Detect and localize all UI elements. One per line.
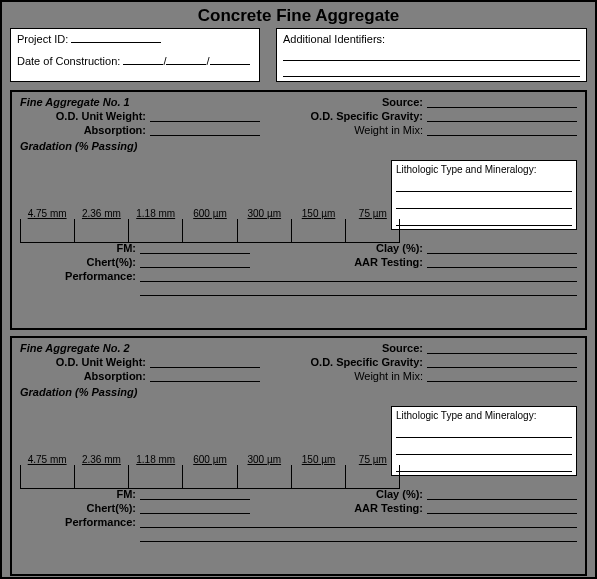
aar-label-2: AAR Testing: <box>250 502 427 514</box>
grad-cell-2-0[interactable] <box>20 465 75 488</box>
clay-label-1: Clay (%): <box>250 242 427 254</box>
grad-label-1: Gradation (% Passing) <box>20 140 137 152</box>
grad-col-1-0: 4.75 mm <box>20 208 74 219</box>
grad-cell-1-0[interactable] <box>20 219 75 242</box>
litho-line-1a[interactable] <box>396 180 572 192</box>
grad-col-1-1: 2.36 mm <box>74 208 128 219</box>
aar-field-2[interactable] <box>427 502 577 514</box>
chert-field-1[interactable] <box>140 256 250 268</box>
fm-label-1: FM: <box>20 242 140 254</box>
litho-line-2b[interactable] <box>396 443 572 455</box>
abs-field-1[interactable] <box>150 124 260 136</box>
additional-identifiers-line-2[interactable] <box>283 65 580 77</box>
date-field-2[interactable] <box>166 64 206 65</box>
wim-label-1: Weight in Mix: <box>260 124 427 136</box>
section-1-heading: Fine Aggregate No. 1 <box>20 96 130 108</box>
chert-label-2: Chert(%): <box>20 502 140 514</box>
project-box: Project ID: Date of Construction: // <box>10 28 260 82</box>
additional-identifiers-line-1[interactable] <box>283 49 580 61</box>
grad-cell-2-2[interactable] <box>129 465 183 488</box>
perf-field-1b[interactable] <box>140 284 577 296</box>
grad-col-2-0: 4.75 mm <box>20 454 74 465</box>
grad-col-1-3: 600 µm <box>183 208 237 219</box>
source-field-2[interactable] <box>427 342 577 354</box>
chert-field-2[interactable] <box>140 502 250 514</box>
grad-col-1-4: 300 µm <box>237 208 291 219</box>
wim-label-2: Weight in Mix: <box>260 370 427 382</box>
grad-cell-2-4[interactable] <box>238 465 292 488</box>
page-title: Concrete Fine Aggregate <box>10 6 587 26</box>
litho-line-1c[interactable] <box>396 214 572 226</box>
source-field-1[interactable] <box>427 96 577 108</box>
grad-cell-1-1[interactable] <box>75 219 129 242</box>
grad-col-2-4: 300 µm <box>237 454 291 465</box>
grad-col-2-1: 2.36 mm <box>74 454 128 465</box>
aggregate-section-2: Fine Aggregate No. 2 Source: O.D. Unit W… <box>10 336 587 576</box>
litho-box-1: Lithologic Type and Mineralogy: <box>391 160 577 230</box>
grad-cell-2-6[interactable] <box>346 465 400 488</box>
grad-cell-2-3[interactable] <box>183 465 237 488</box>
additional-identifiers-box: Additional Identifiers: <box>276 28 587 82</box>
abs-field-2[interactable] <box>150 370 260 382</box>
abs-label-2: Absorption: <box>20 370 150 382</box>
perf-label-2: Performance: <box>20 516 140 528</box>
fm-field-2[interactable] <box>140 488 250 500</box>
litho-line-2c[interactable] <box>396 460 572 472</box>
clay-field-2[interactable] <box>427 488 577 500</box>
date-field-3[interactable] <box>210 64 250 65</box>
gradation-table-1: 4.75 mm 2.36 mm 1.18 mm 600 µm 300 µm 15… <box>20 208 400 243</box>
grad-col-1-6: 75 µm <box>346 208 400 219</box>
grad-cell-1-6[interactable] <box>346 219 400 242</box>
project-id-field[interactable] <box>71 42 161 43</box>
perf-field-2b[interactable] <box>140 530 577 542</box>
grad-cell-1-3[interactable] <box>183 219 237 242</box>
grad-col-2-3: 600 µm <box>183 454 237 465</box>
source-label-1: Source: <box>130 96 427 108</box>
bottom-fields-1: FM: Clay (%): Chert(%): AAR Testing: Per… <box>20 242 577 296</box>
grad-col-1-2: 1.18 mm <box>129 208 183 219</box>
odw-label-1: O.D. Unit Weight: <box>20 110 150 122</box>
fm-label-2: FM: <box>20 488 140 500</box>
wim-field-1[interactable] <box>427 124 577 136</box>
project-id-label: Project ID: <box>17 33 68 45</box>
grad-cell-2-5[interactable] <box>292 465 346 488</box>
grad-cell-1-2[interactable] <box>129 219 183 242</box>
aar-field-1[interactable] <box>427 256 577 268</box>
grad-col-2-6: 75 µm <box>346 454 400 465</box>
additional-identifiers-label: Additional Identifiers: <box>283 33 385 45</box>
odsg-label-1: O.D. Specific Gravity: <box>260 110 427 122</box>
chert-label-1: Chert(%): <box>20 256 140 268</box>
date-field-1[interactable] <box>123 64 163 65</box>
grad-cell-2-1[interactable] <box>75 465 129 488</box>
grad-cell-1-4[interactable] <box>238 219 292 242</box>
grad-label-2: Gradation (% Passing) <box>20 386 137 398</box>
clay-label-2: Clay (%): <box>250 488 427 500</box>
source-label-2: Source: <box>130 342 427 354</box>
litho-box-2: Lithologic Type and Mineralogy: <box>391 406 577 476</box>
odw-field-2[interactable] <box>150 356 260 368</box>
litho-line-1b[interactable] <box>396 197 572 209</box>
fm-field-1[interactable] <box>140 242 250 254</box>
perf-field-1a[interactable] <box>140 270 577 282</box>
odsg-field-2[interactable] <box>427 356 577 368</box>
litho-label-1: Lithologic Type and Mineralogy: <box>396 164 536 175</box>
odw-label-2: O.D. Unit Weight: <box>20 356 150 368</box>
odsg-field-1[interactable] <box>427 110 577 122</box>
litho-label-2: Lithologic Type and Mineralogy: <box>396 410 536 421</box>
bottom-fields-2: FM: Clay (%): Chert(%): AAR Testing: Per… <box>20 488 577 542</box>
wim-field-2[interactable] <box>427 370 577 382</box>
form-page: Concrete Fine Aggregate Project ID: Date… <box>0 0 597 579</box>
odsg-label-2: O.D. Specific Gravity: <box>260 356 427 368</box>
gradation-table-2: 4.75 mm 2.36 mm 1.18 mm 600 µm 300 µm 15… <box>20 454 400 489</box>
aar-label-1: AAR Testing: <box>250 256 427 268</box>
abs-label-1: Absorption: <box>20 124 150 136</box>
aggregate-section-1: Fine Aggregate No. 1 Source: O.D. Unit W… <box>10 90 587 330</box>
header-row: Project ID: Date of Construction: // Add… <box>10 28 587 82</box>
litho-line-2a[interactable] <box>396 426 572 438</box>
clay-field-1[interactable] <box>427 242 577 254</box>
grad-cell-1-5[interactable] <box>292 219 346 242</box>
odw-field-1[interactable] <box>150 110 260 122</box>
perf-field-2a[interactable] <box>140 516 577 528</box>
grad-col-2-5: 150 µm <box>291 454 345 465</box>
perf-label-1: Performance: <box>20 270 140 282</box>
